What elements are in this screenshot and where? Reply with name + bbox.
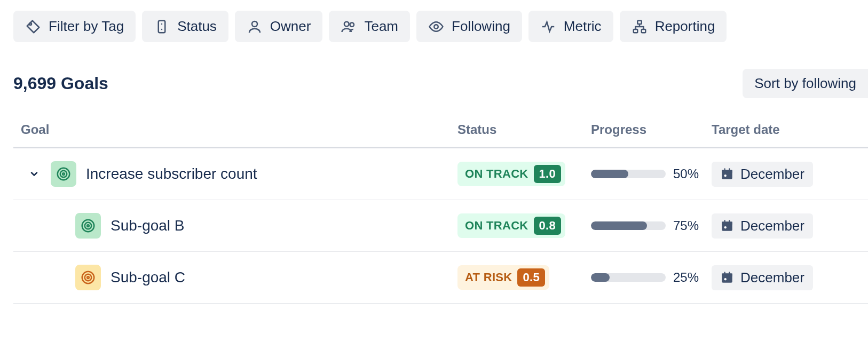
target-date-chip[interactable]: December (712, 213, 813, 239)
col-header-target-date[interactable]: Target date (705, 122, 868, 148)
svg-rect-8 (637, 20, 642, 23)
status-score: 0.8 (534, 217, 561, 235)
progress-bar (591, 273, 666, 282)
progress-pct: 25% (673, 270, 699, 285)
col-header-progress[interactable]: Progress (585, 122, 705, 148)
svg-rect-9 (633, 29, 637, 33)
progress-cell: 50% (591, 166, 699, 181)
goals-table: Goal Status Progress Target date Increas… (13, 122, 868, 304)
sort-label: Sort by following (754, 75, 856, 91)
col-header-goal[interactable]: Goal (13, 122, 451, 148)
tag-icon (25, 19, 41, 35)
goal-target-icon (51, 161, 76, 187)
svg-point-26 (724, 226, 727, 228)
svg-point-13 (62, 173, 65, 175)
status-icon (154, 19, 170, 35)
svg-rect-31 (722, 273, 732, 276)
svg-rect-33 (729, 272, 730, 274)
status-text: AT RISK (465, 271, 512, 284)
svg-point-34 (724, 278, 727, 280)
reporting-icon (632, 19, 648, 35)
target-date-chip[interactable]: December (712, 162, 813, 187)
filter-metric-label: Metric (564, 18, 602, 35)
svg-point-12 (60, 171, 67, 178)
svg-point-4 (252, 21, 257, 27)
svg-rect-10 (641, 29, 645, 33)
svg-point-28 (85, 274, 92, 281)
svg-point-6 (350, 22, 354, 27)
svg-rect-25 (729, 220, 730, 223)
col-header-status[interactable]: Status (451, 122, 585, 148)
svg-point-3 (161, 28, 163, 30)
svg-rect-15 (722, 170, 732, 172)
goal-name: Increase subscriber count (86, 165, 257, 183)
svg-rect-1 (159, 20, 165, 33)
svg-point-18 (724, 174, 727, 177)
metric-icon (540, 19, 556, 35)
filter-team-button[interactable]: Team (329, 11, 410, 42)
status-score: 1.0 (534, 165, 561, 183)
filter-owner-label: Owner (270, 18, 311, 35)
svg-rect-17 (729, 168, 730, 171)
expand-toggle[interactable] (28, 168, 40, 180)
svg-point-29 (87, 276, 89, 279)
status-badge[interactable]: AT RISK 0.5 (457, 265, 549, 290)
progress-bar (591, 170, 666, 178)
filter-team-label: Team (364, 18, 398, 35)
filter-following-button[interactable]: Following (416, 11, 522, 42)
svg-point-5 (344, 21, 349, 26)
eye-icon (428, 19, 444, 35)
goal-cell: Increase subscriber count (20, 161, 445, 187)
filter-status-button[interactable]: Status (142, 11, 228, 42)
filter-reporting-label: Reporting (655, 18, 715, 35)
svg-rect-32 (724, 272, 725, 274)
goal-cell: Sub-goal B (20, 213, 445, 239)
progress-pct: 50% (673, 166, 699, 181)
progress-bar (591, 221, 666, 230)
team-icon (341, 19, 357, 35)
target-date-label: December (740, 218, 804, 234)
status-badge[interactable]: ON TRACK 1.0 (457, 162, 565, 186)
goal-cell: Sub-goal C (20, 265, 445, 290)
table-row[interactable]: Increase subscriber count ON TRACK 1.0 5… (13, 148, 868, 200)
sort-button[interactable]: Sort by following (743, 69, 868, 98)
progress-fill (591, 273, 610, 282)
svg-point-21 (87, 225, 89, 227)
progress-fill (591, 170, 628, 178)
goal-target-icon (75, 265, 101, 290)
filter-tag-button[interactable]: Filter by Tag (13, 11, 136, 42)
svg-point-2 (161, 23, 163, 25)
svg-point-0 (29, 23, 31, 25)
svg-rect-16 (724, 168, 725, 171)
table-row[interactable]: Sub-goal C AT RISK 0.5 25% December (13, 252, 868, 304)
svg-point-27 (82, 272, 94, 284)
goal-name: Sub-goal B (111, 217, 185, 234)
goals-count: 9,699 Goals (13, 74, 108, 93)
chevron-down-icon (29, 169, 40, 179)
filter-reporting-button[interactable]: Reporting (620, 11, 727, 42)
target-date-label: December (740, 269, 804, 286)
table-row[interactable]: Sub-goal B ON TRACK 0.8 75% December (13, 200, 868, 252)
svg-rect-24 (724, 220, 725, 223)
goal-target-icon (75, 213, 101, 239)
calendar-icon (720, 219, 734, 233)
filter-following-label: Following (452, 18, 510, 35)
svg-point-20 (85, 223, 92, 229)
calendar-icon (720, 167, 734, 181)
filter-bar: Filter by Tag Status Owner Team Followin… (13, 11, 868, 42)
status-text: ON TRACK (465, 167, 528, 181)
progress-cell: 75% (591, 218, 699, 233)
status-text: ON TRACK (465, 219, 528, 233)
filter-metric-button[interactable]: Metric (528, 11, 613, 42)
status-badge[interactable]: ON TRACK 0.8 (457, 213, 565, 238)
calendar-icon (720, 271, 734, 284)
status-score: 0.5 (517, 268, 545, 287)
svg-rect-23 (722, 221, 732, 224)
progress-fill (591, 221, 647, 230)
progress-pct: 75% (673, 218, 699, 233)
target-date-label: December (740, 166, 804, 183)
filter-owner-button[interactable]: Owner (235, 11, 323, 42)
filter-tag-label: Filter by Tag (49, 18, 124, 35)
svg-point-11 (58, 168, 70, 180)
target-date-chip[interactable]: December (712, 265, 813, 290)
